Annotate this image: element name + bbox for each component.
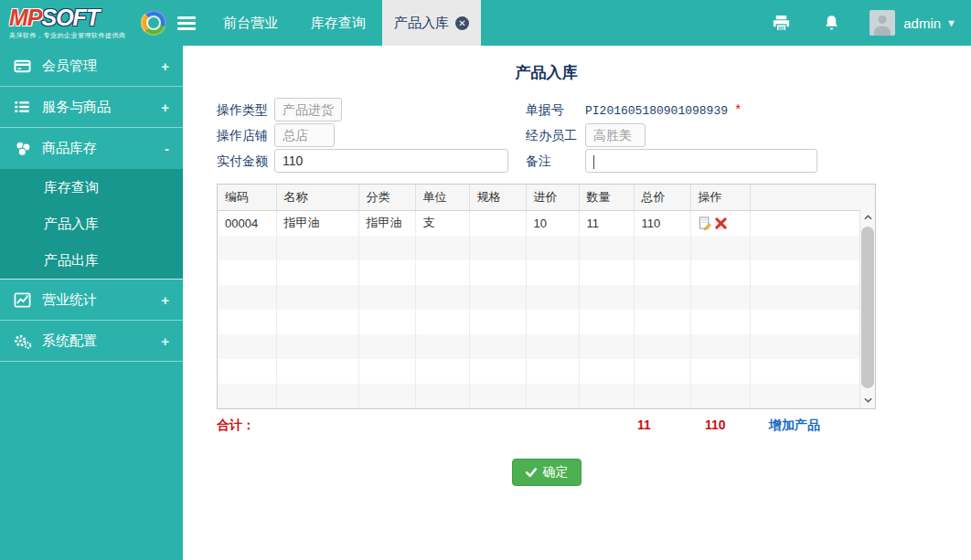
sidebar-item-system-config[interactable]: 系统配置 + bbox=[0, 321, 183, 362]
delete-row-icon[interactable] bbox=[715, 217, 727, 229]
list-icon bbox=[14, 98, 32, 116]
empty-table-row bbox=[218, 236, 875, 260]
add-product-link[interactable]: 增加产品 bbox=[769, 417, 820, 434]
sidebar-item-product-stock[interactable]: 商品库存 - bbox=[0, 128, 183, 169]
app-logo: MPSOFT 美萍软件，专业的企业管理软件提供商 bbox=[0, 0, 174, 46]
user-menu-caret-icon[interactable]: ▼ bbox=[946, 17, 956, 28]
column-header-1: 名称 bbox=[276, 185, 358, 211]
page-title: 产品入库 bbox=[217, 62, 876, 83]
vertical-scrollbar[interactable] bbox=[859, 209, 875, 408]
cell-unit: 支 bbox=[415, 211, 469, 236]
expand-plus-icon[interactable]: + bbox=[161, 100, 169, 115]
sidebar: 会员管理 + 服务与商品 + 商品库存 - 库存查询 产品入库 产品出库 营业统… bbox=[0, 46, 183, 560]
total-label: 合计： bbox=[217, 417, 255, 434]
amount-input[interactable]: 110 bbox=[274, 149, 508, 173]
scrollbar-thumb[interactable] bbox=[861, 227, 874, 388]
edit-row-icon[interactable] bbox=[699, 217, 712, 230]
top-bar: MPSOFT 美萍软件，专业的企业管理软件提供商 前台营业 库存查询 产品入库 … bbox=[0, 0, 971, 46]
tab-bar: 前台营业 库存查询 产品入库 ✕ bbox=[207, 0, 481, 46]
op-type-label: 操作类型 bbox=[217, 102, 268, 119]
quantity-total: 11 bbox=[637, 417, 651, 432]
collapse-minus-icon[interactable]: - bbox=[165, 141, 169, 156]
text-caret bbox=[593, 155, 594, 169]
store-label: 操作店铺 bbox=[217, 128, 268, 144]
notifications-bell-icon[interactable] bbox=[823, 14, 840, 33]
sidebar-subitem-product-inbound[interactable]: 产品入库 bbox=[0, 206, 183, 242]
order-no-value: PI201605180901098939* bbox=[585, 103, 742, 118]
close-tab-icon[interactable]: ✕ bbox=[455, 16, 469, 30]
confirm-button[interactable]: 确定 bbox=[512, 459, 582, 486]
main-content: 产品入库 操作类型 产品进货 单据号 PI201605180901098939*… bbox=[183, 46, 971, 560]
logo-sphere-icon bbox=[141, 10, 166, 36]
op-type-field[interactable]: 产品进货 bbox=[274, 98, 342, 122]
remark-label: 备注 bbox=[526, 153, 551, 170]
cell-spec bbox=[469, 211, 526, 236]
stock-balls-icon bbox=[14, 140, 32, 158]
cell-total: 110 bbox=[634, 211, 690, 236]
printer-icon[interactable] bbox=[771, 13, 792, 34]
stock-submenu: 库存查询 产品入库 产品出库 bbox=[0, 169, 183, 280]
empty-table-row bbox=[218, 310, 875, 334]
empty-table-row bbox=[218, 285, 875, 310]
remark-input[interactable] bbox=[585, 149, 817, 173]
cell-price: 10 bbox=[526, 211, 579, 236]
button-row: 确定 bbox=[217, 459, 876, 486]
column-header-filler bbox=[750, 185, 875, 211]
empty-table-row bbox=[218, 260, 875, 285]
required-asterisk: * bbox=[734, 103, 742, 118]
sidebar-subitem-stock-query[interactable]: 库存查询 bbox=[0, 169, 183, 206]
product-table: 编码名称分类单位规格进价数量总价操作 00004指甲油指甲油支1011110 bbox=[217, 184, 876, 409]
empty-table-row bbox=[218, 384, 875, 408]
expand-plus-icon[interactable]: + bbox=[161, 292, 169, 308]
table-row[interactable]: 00004指甲油指甲油支1011110 bbox=[218, 211, 875, 236]
column-header-6: 数量 bbox=[579, 185, 634, 211]
column-header-3: 单位 bbox=[415, 185, 469, 211]
menu-toggle-icon[interactable] bbox=[177, 14, 196, 33]
store-field[interactable]: 总店 bbox=[274, 123, 335, 147]
expand-plus-icon[interactable]: + bbox=[161, 58, 169, 74]
user-avatar[interactable] bbox=[870, 10, 895, 36]
expand-plus-icon[interactable]: + bbox=[161, 333, 169, 349]
tab-stock-query[interactable]: 库存查询 bbox=[302, 0, 375, 46]
member-card-icon bbox=[14, 57, 32, 75]
column-header-2: 分类 bbox=[358, 185, 415, 211]
scroll-down-icon[interactable] bbox=[860, 393, 875, 408]
chart-line-icon bbox=[14, 291, 32, 309]
column-header-5: 进价 bbox=[526, 185, 579, 211]
gears-icon bbox=[14, 332, 32, 350]
empty-table-row bbox=[218, 334, 875, 359]
column-header-7: 总价 bbox=[634, 185, 690, 211]
totals-row: 合计： 11 110 增加产品 bbox=[217, 415, 876, 437]
cell-filler bbox=[750, 211, 875, 236]
cell-code: 00004 bbox=[218, 211, 276, 236]
table-header: 编码名称分类单位规格进价数量总价操作 bbox=[218, 185, 875, 211]
staff-label: 经办员工 bbox=[526, 128, 577, 144]
column-header-0: 编码 bbox=[218, 185, 276, 211]
cell-operations bbox=[690, 211, 750, 236]
tab-product-inbound[interactable]: 产品入库 ✕ bbox=[382, 0, 481, 46]
amount-label: 实付金额 bbox=[217, 153, 268, 170]
sidebar-item-services-products[interactable]: 服务与商品 + bbox=[0, 87, 183, 128]
column-header-4: 规格 bbox=[469, 185, 526, 211]
scroll-up-icon[interactable] bbox=[860, 209, 875, 225]
cell-qty: 11 bbox=[579, 211, 634, 236]
sidebar-subitem-product-outbound[interactable]: 产品出库 bbox=[0, 242, 183, 279]
order-no-label: 单据号 bbox=[526, 102, 564, 119]
amount-total: 110 bbox=[705, 417, 726, 432]
table-body: 00004指甲油指甲油支1011110 bbox=[218, 211, 875, 408]
sidebar-item-business-stats[interactable]: 营业统计 + bbox=[0, 280, 183, 321]
check-icon bbox=[525, 466, 538, 479]
top-right-tools: admin ▼ bbox=[771, 0, 971, 46]
staff-field[interactable]: 高胜美 bbox=[585, 123, 646, 147]
inbound-form: 操作类型 产品进货 单据号 PI201605180901098939* 操作店铺… bbox=[217, 98, 876, 176]
empty-table-row bbox=[218, 359, 875, 384]
username-label[interactable]: admin bbox=[903, 16, 941, 31]
sidebar-item-members[interactable]: 会员管理 + bbox=[0, 46, 183, 87]
cell-name: 指甲油 bbox=[276, 211, 358, 236]
cell-category: 指甲油 bbox=[358, 211, 415, 236]
column-header-8: 操作 bbox=[690, 185, 750, 211]
tab-front-desk[interactable]: 前台营业 bbox=[214, 0, 287, 46]
